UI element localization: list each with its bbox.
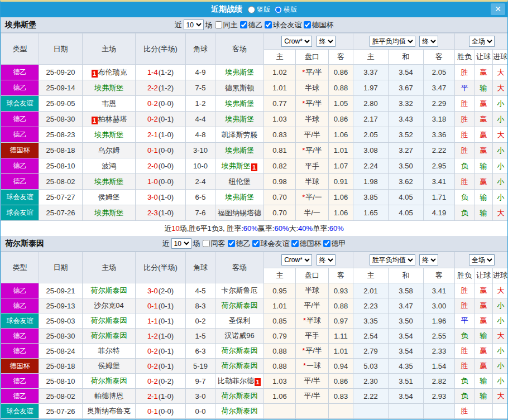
league-filter[interactable]: 德国杯 <box>303 20 334 30</box>
same-venue-filter[interactable]: 同主 <box>214 20 238 30</box>
corners-cell: 6-5 <box>186 190 215 205</box>
avg-away-cell: 3.47 <box>424 80 455 96</box>
league-checkbox[interactable] <box>228 240 235 247</box>
avg-home-cell: 5.03 <box>353 359 389 374</box>
odds-home-cell: 0.81 <box>264 143 296 158</box>
match-row: 德乙25-09-201布伦瑞克1-4(1-2)4-9埃弗斯堡1.02*平/半0.… <box>1 65 508 80</box>
corners-cell: 5-19 <box>186 359 215 374</box>
avg-home-cell: 2.01 <box>353 283 389 298</box>
league-filter[interactable]: 德国杯 <box>291 239 322 249</box>
odds-home-cell: 0.70 <box>264 190 296 205</box>
summary-segment: 60% <box>329 224 344 233</box>
result-cell: 胜 <box>455 298 475 313</box>
away-team-cell: 荷尔斯泰因 <box>215 359 264 374</box>
goals-cell: 小 <box>493 190 508 205</box>
goals-cell: 小 <box>493 96 508 112</box>
odds-away-cell: 1.05 <box>329 96 353 112</box>
score-cell: 3-0(1-0) <box>136 190 186 205</box>
league-filter[interactable]: 德乙 <box>239 20 263 30</box>
league-filter[interactable]: 球会友谊 <box>252 239 290 249</box>
avg-away-cell: 2.22 <box>424 143 455 158</box>
odds-time-select[interactable]: 终 <box>317 254 336 265</box>
league-checkbox[interactable] <box>304 21 311 28</box>
team-label: 荷尔斯泰因 <box>222 392 258 400</box>
sub-header-handicap: 盘口 <box>296 268 329 283</box>
scope-select[interactable]: 全场 <box>469 254 495 265</box>
home-team-cell: 韦恩 <box>83 96 136 112</box>
avg-select[interactable]: 胜平负均值 <box>370 36 415 47</box>
sub-header-odds-home: 主 <box>264 50 296 65</box>
handicap-cell: 平/半 <box>296 389 329 404</box>
goals-cell: 大 <box>493 329 508 344</box>
odds-home-cell: 0.88 <box>264 359 296 374</box>
avg-home-cell: 2.24 <box>353 158 389 174</box>
result-cell: 平 <box>455 313 475 329</box>
avg-draw-cell: 3.62 <box>389 174 424 190</box>
match-row: 德乙25-08-02埃弗斯堡1-0(0-0)2-4纽伦堡0.98半球0.911.… <box>1 174 508 190</box>
team-label: 布伦瑞克 <box>98 68 127 76</box>
home-team-cell: 1柏林赫塔 <box>83 112 136 127</box>
col-header-type: 类型 <box>1 33 39 65</box>
league-checkbox[interactable] <box>291 240 299 247</box>
handicap-cell: 平手 <box>296 329 329 344</box>
odds-time-select[interactable]: 终 <box>317 36 336 47</box>
team-label: 福图纳锡塔德 <box>218 209 261 217</box>
team-label: 凯泽斯劳滕 <box>222 131 258 139</box>
same-venue-checkbox[interactable] <box>215 21 222 28</box>
sub-header-avg-away: 客 <box>424 268 455 283</box>
handicap-result-cell: 赢 <box>475 96 493 112</box>
avg-group-header: 胜平负均值 终 <box>353 33 455 50</box>
layout-radio[interactable] <box>275 6 282 13</box>
matches-label: 场 <box>205 20 213 30</box>
odds-company-select[interactable]: Crow* <box>281 254 312 265</box>
league-filter[interactable]: 德乙 <box>227 239 251 249</box>
layout-option-2[interactable]: 横版 <box>275 5 297 15</box>
away-team-cell: 德累斯顿 <box>215 80 264 96</box>
league-checkbox[interactable] <box>252 240 260 247</box>
same-venue-label: 同主 <box>223 20 238 30</box>
avg-time-select[interactable]: 终 <box>419 36 438 47</box>
home-team-cell: 埃弗斯堡 <box>83 80 136 96</box>
league-checkbox[interactable] <box>240 21 247 28</box>
avg-draw-cell: 3.27 <box>389 143 424 158</box>
odds-company-select[interactable]: Crow* <box>281 36 312 47</box>
odds-away-cell <box>329 404 353 419</box>
league-label: 德乙 <box>236 239 251 249</box>
odds-home-cell: 1.02 <box>264 65 296 80</box>
match-count-select[interactable]: 10 <box>184 20 204 30</box>
avg-time-select[interactable]: 终 <box>419 254 438 265</box>
corners-cell: 0-2 <box>186 313 215 329</box>
scope-select[interactable]: 全场 <box>469 36 495 47</box>
league-cell: 德乙 <box>1 158 39 174</box>
corners-cell: 7-6 <box>186 205 215 221</box>
sub-header-handicap-result: 让球 <box>475 268 493 283</box>
same-venue-filter[interactable]: 同客 <box>202 239 226 249</box>
league-cell: 球会友谊 <box>1 404 39 419</box>
avg-draw-cell: 3.50 <box>389 158 424 174</box>
away-team-cell: 埃弗斯堡 <box>215 190 264 205</box>
layout-option-1[interactable]: 竖版 <box>248 5 270 15</box>
same-venue-checkbox[interactable] <box>203 240 210 247</box>
league-checkbox[interactable] <box>323 240 330 247</box>
odds-away-cell: 0.93 <box>329 283 353 298</box>
avg-draw-cell: 4.05 <box>389 190 424 205</box>
league-label: 德国杯 <box>312 20 334 30</box>
team-label: 荷尔斯泰因 <box>91 331 127 340</box>
layout-radio[interactable] <box>248 6 255 13</box>
home-team-cell: 埃弗斯堡 <box>83 127 136 143</box>
league-filter[interactable]: 德甲 <box>323 239 346 249</box>
league-cell: 球会友谊 <box>1 190 39 205</box>
matches-label: 场 <box>193 239 200 249</box>
corners-cell: 2-4 <box>186 174 215 190</box>
handicap-cell: 半球 <box>296 283 329 298</box>
league-checkbox[interactable] <box>265 21 272 28</box>
home-team-cell: 奥斯纳布鲁克 <box>83 404 136 419</box>
result-cell: 胜 <box>455 112 475 127</box>
match-count-select[interactable]: 10 <box>171 238 191 249</box>
close-button[interactable]: ✕ <box>491 3 505 15</box>
avg-select[interactable]: 胜平负均值 <box>370 254 415 265</box>
date-cell: 25-09-14 <box>39 80 83 96</box>
league-cell: 德乙 <box>1 112 39 127</box>
team-label: 侯姆堡 <box>98 361 120 370</box>
league-filter[interactable]: 球会友谊 <box>264 20 302 30</box>
